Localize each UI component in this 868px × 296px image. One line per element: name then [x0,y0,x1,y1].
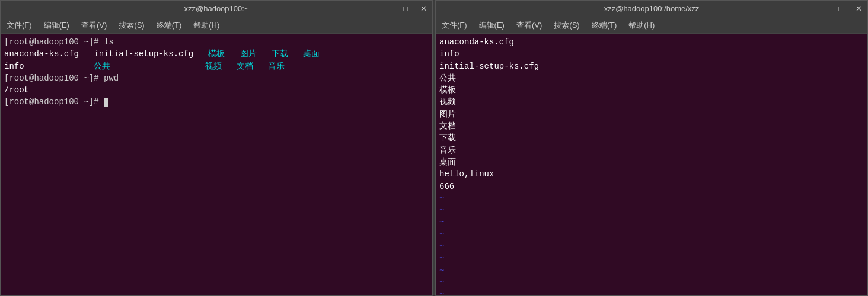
r-line-4: 公共 [439,72,864,84]
right-menu-bar: 文件(F) 编辑(E) 查看(V) 搜索(S) 终端(T) 帮助(H) [436,17,867,34]
r-line-5: 模板 [439,84,864,96]
r-tilde-8: ~ [439,276,864,288]
r-tilde-4: ~ [439,229,864,240]
r-line-1: anaconda-ks.cfg [439,36,864,48]
left-close-button[interactable]: ✕ [414,1,432,17]
r-tilde-9: ~ [439,288,864,295]
line-4: [root@hadoop100 ~]# pwd [4,72,429,84]
left-menu-bar: 文件(F) 编辑(E) 查看(V) 搜索(S) 终端(T) 帮助(H) [1,17,432,34]
left-window-controls[interactable]: — □ ✕ [379,1,432,17]
left-menu-edit[interactable]: 编辑(E) [40,19,73,32]
right-menu-file[interactable]: 文件(F) [438,19,471,32]
r-line-9: 下载 [439,132,864,144]
line-5: /root [4,84,429,96]
right-minimize-button[interactable]: — [814,1,832,17]
r-line-2: info [439,48,864,60]
left-maximize-button[interactable]: □ [397,1,414,17]
right-terminal-content[interactable]: anaconda-ks.cfg info initial-setup-ks.cf… [436,34,867,295]
r-line-11: 桌面 [439,156,864,168]
left-title-bar: xzz@hadoop100:~ — □ ✕ [1,1,432,17]
r-line-8: 文档 [439,120,864,132]
right-terminal[interactable]: xzz@hadoop100:/home/xzz — □ ✕ 文件(F) 编辑(E… [435,0,868,296]
left-terminal[interactable]: xzz@hadoop100:~ — □ ✕ 文件(F) 编辑(E) 查看(V) … [0,0,433,296]
r-tilde-1: ~ [439,192,864,204]
right-window-controls[interactable]: — □ ✕ [814,1,867,17]
r-tilde-5: ~ [439,240,864,252]
left-terminal-title: xzz@hadoop100:~ [184,4,249,13]
r-line-3: initial-setup-ks.cfg [439,60,864,72]
r-tilde-3: ~ [439,216,864,228]
r-tilde-2: ~ [439,204,864,216]
left-menu-terminal[interactable]: 终端(T) [153,19,186,32]
right-menu-view[interactable]: 查看(V) [513,19,545,32]
right-menu-help[interactable]: 帮助(H) [625,19,658,32]
r-line-6: 视频 [439,96,864,108]
left-menu-search[interactable]: 搜索(S) [115,19,148,32]
right-menu-search[interactable]: 搜索(S) [550,19,583,32]
r-line-7: 图片 [439,108,864,120]
right-maximize-button[interactable]: □ [832,1,850,17]
right-close-button[interactable]: ✕ [850,1,867,17]
line-3: info 公共 视频 文档 音乐 [4,60,429,72]
r-line-10: 音乐 [439,144,864,156]
r-tilde-7: ~ [439,265,864,276]
r-tilde-6: ~ [439,252,864,264]
r-line-12: hello,linux [439,168,864,180]
right-terminal-title: xzz@hadoop100:/home/xzz [604,4,700,13]
left-menu-view[interactable]: 查看(V) [78,19,110,32]
left-minimize-button[interactable]: — [379,1,397,17]
line-2: anaconda-ks.cfg initial-setup-ks.cfg 模板 … [4,48,429,60]
left-menu-help[interactable]: 帮助(H) [190,19,223,32]
left-menu-file[interactable]: 文件(F) [3,19,36,32]
right-menu-terminal[interactable]: 终端(T) [588,19,621,32]
right-title-bar: xzz@hadoop100:/home/xzz — □ ✕ [436,1,867,17]
right-menu-edit[interactable]: 编辑(E) [476,19,508,32]
left-terminal-content[interactable]: [root@hadoop100 ~]# ls anaconda-ks.cfg i… [1,34,432,295]
r-line-13: 666 [439,181,864,192]
line-6: [root@hadoop100 ~]# [4,96,429,108]
line-1: [root@hadoop100 ~]# ls [4,36,429,48]
